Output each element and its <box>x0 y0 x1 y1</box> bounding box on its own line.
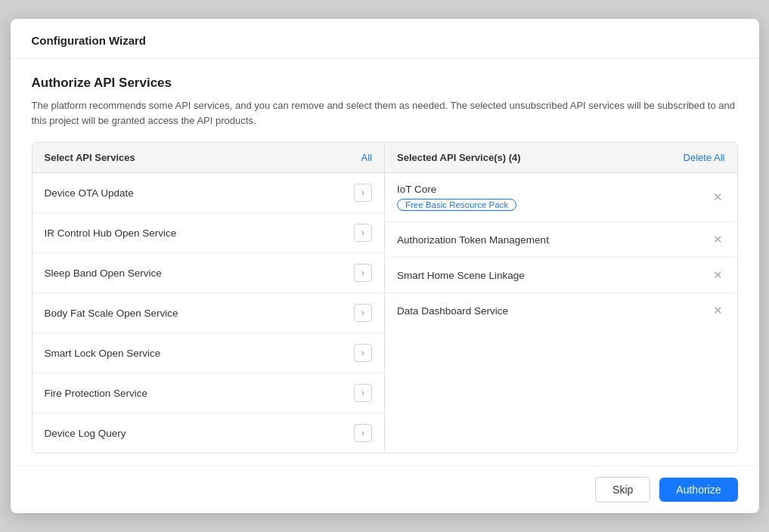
wizard-title: Configuration Wizard <box>32 34 147 47</box>
list-item[interactable]: IR Control Hub Open Service › <box>33 213 385 253</box>
selected-item: IoT Core Free Basic Resource Pack ✕ <box>385 173 737 222</box>
left-panel-list: Device OTA Update › IR Control Hub Open … <box>33 173 385 453</box>
selected-item-label: IoT Core <box>397 184 516 195</box>
selected-item-label: Smart Home Scene Linkage <box>397 270 525 281</box>
remove-item-button[interactable]: ✕ <box>712 233 725 246</box>
right-panel-title: Selected API Service(s) (4) <box>397 152 521 163</box>
list-item-label: Sleep Band Open Service <box>45 268 162 279</box>
list-item-label: Device Log Query <box>45 428 126 439</box>
list-item[interactable]: Fire Protection Service › <box>33 373 385 413</box>
chevron-right-icon: › <box>354 184 372 202</box>
all-action[interactable]: All <box>361 152 372 163</box>
modal-container: Configuration Wizard Authorize API Servi… <box>11 19 759 513</box>
chevron-right-icon: › <box>354 424 372 442</box>
left-panel: Select API Services All Device OTA Updat… <box>33 143 386 453</box>
modal-footer: Skip Authorize <box>11 466 759 513</box>
selected-item-content: Authorization Token Management <box>397 234 549 246</box>
selected-item: Data Dashboard Service ✕ <box>385 293 737 328</box>
remove-item-button[interactable]: ✕ <box>712 304 725 317</box>
remove-item-button[interactable]: ✕ <box>712 190 725 204</box>
right-panel: Selected API Service(s) (4) Delete All I… <box>385 143 737 453</box>
selected-item-content: Smart Home Scene Linkage <box>397 270 525 281</box>
list-item-label: Body Fat Scale Open Service <box>45 308 178 319</box>
chevron-right-icon: › <box>354 384 372 402</box>
chevron-right-icon: › <box>354 344 372 362</box>
right-panel-list: IoT Core Free Basic Resource Pack ✕ Auth… <box>385 173 737 453</box>
selected-item-label: Data Dashboard Service <box>397 305 508 317</box>
chevron-right-icon: › <box>354 304 372 322</box>
panels-row: Select API Services All Device OTA Updat… <box>32 142 738 453</box>
skip-button[interactable]: Skip <box>595 477 650 503</box>
list-item[interactable]: Smart Lock Open Service › <box>33 333 385 373</box>
right-panel-header: Selected API Service(s) (4) Delete All <box>385 143 737 173</box>
list-item-label: Smart Lock Open Service <box>45 348 161 359</box>
selected-item-content: IoT Core Free Basic Resource Pack <box>397 184 516 211</box>
selected-item: Smart Home Scene Linkage ✕ <box>385 258 737 293</box>
selected-item-label: Authorization Token Management <box>397 234 549 246</box>
selected-item-content: Data Dashboard Service <box>397 305 508 317</box>
list-item[interactable]: Device Log Query › <box>33 413 385 453</box>
section-description: The platform recommends some API service… <box>32 98 738 128</box>
list-item[interactable]: Device OTA Update › <box>33 173 385 213</box>
section-title: Authorize API Services <box>32 76 738 91</box>
list-item[interactable]: Body Fat Scale Open Service › <box>33 293 385 333</box>
list-item-label: Device OTA Update <box>45 187 134 199</box>
left-panel-header: Select API Services All <box>33 143 385 173</box>
authorize-button[interactable]: Authorize <box>659 478 737 502</box>
left-panel-title: Select API Services <box>45 152 135 163</box>
list-item-label: IR Control Hub Open Service <box>45 227 177 239</box>
modal-header: Configuration Wizard <box>11 19 759 59</box>
remove-item-button[interactable]: ✕ <box>712 268 725 282</box>
free-badge: Free Basic Resource Pack <box>397 199 516 211</box>
modal-overlay: Configuration Wizard Authorize API Servi… <box>0 0 769 532</box>
delete-all-action[interactable]: Delete All <box>684 152 725 163</box>
list-item[interactable]: Sleep Band Open Service › <box>33 253 385 293</box>
chevron-right-icon: › <box>354 264 372 282</box>
list-item-label: Fire Protection Service <box>45 388 148 399</box>
selected-item: Authorization Token Management ✕ <box>385 222 737 258</box>
modal-body: Authorize API Services The platform reco… <box>11 59 759 466</box>
chevron-right-icon: › <box>354 224 372 242</box>
